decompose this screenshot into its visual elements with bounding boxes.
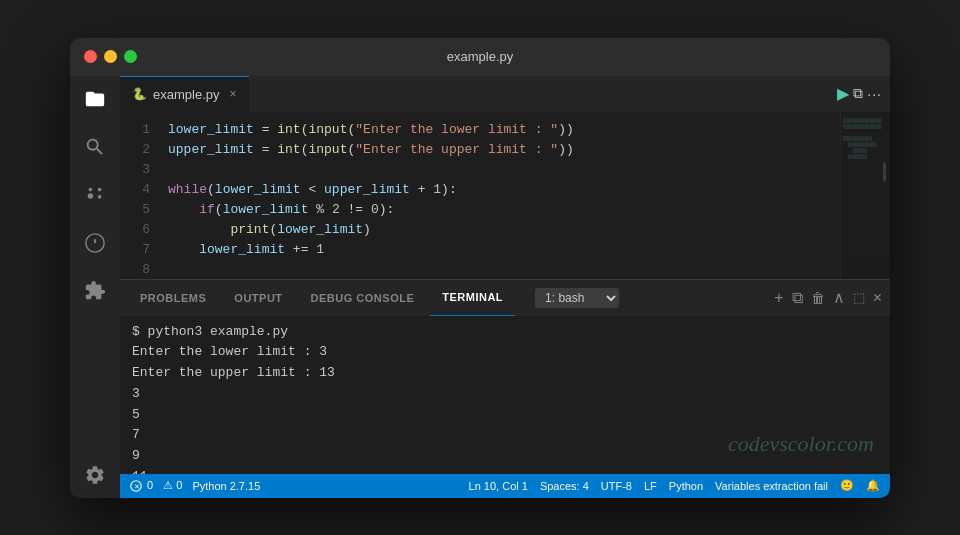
minimize-button[interactable]: [104, 50, 117, 63]
run-button[interactable]: ▶: [837, 84, 849, 103]
language-mode[interactable]: Python: [669, 480, 703, 492]
code-line-1: lower_limit = int(input("Enter the lower…: [168, 120, 890, 140]
close-panel-button[interactable]: ×: [873, 289, 882, 307]
window-title: example.py: [447, 49, 513, 64]
tab-terminal[interactable]: TERMINAL: [430, 280, 515, 316]
tab-debug-console[interactable]: DEBUG CONSOLE: [299, 280, 427, 316]
code-content: lower_limit = int(input("Enter the lower…: [160, 112, 890, 279]
terminal-content[interactable]: $ python3 example.py Enter the lower lim…: [120, 316, 890, 474]
tab-label: example.py: [153, 87, 219, 102]
panel-tabs: PROBLEMS OUTPUT DEBUG CONSOLE TERMINAL: [120, 280, 890, 316]
encoding[interactable]: UTF-8: [601, 480, 632, 492]
smiley-icon[interactable]: 🙂: [840, 479, 854, 492]
tab-bar-actions: ▶ ⧉ ···: [829, 84, 890, 103]
source-control-icon[interactable]: [80, 180, 110, 210]
terminal-selector-container: 1: bash: [535, 288, 619, 308]
maximize-panel-button[interactable]: ⬚: [853, 290, 865, 305]
terminal-line-8: 11: [132, 467, 878, 473]
terminal-line-3: Enter the upper limit : 13: [132, 363, 878, 384]
panel-tab-actions: + ⧉ 🗑 ∧ ⬚ ×: [774, 288, 882, 307]
more-actions-button[interactable]: ···: [867, 86, 882, 102]
maximize-button[interactable]: [124, 50, 137, 63]
status-left: ✕ 0 ⚠ 0 Python 2.7.15: [130, 479, 260, 492]
terminal-line-5: 5: [132, 405, 878, 426]
tab-close-button[interactable]: ×: [229, 87, 236, 101]
python-file-icon: 🐍: [132, 87, 147, 101]
indentation[interactable]: Spaces: 4: [540, 480, 589, 492]
titlebar: example.py: [70, 38, 890, 76]
bell-icon[interactable]: 🔔: [866, 479, 880, 492]
code-editor[interactable]: 1 2 3 4 5 6 7 8 lower_limit = int(input(…: [120, 112, 890, 279]
minimap: ████████████████████████████████████████…: [840, 112, 890, 279]
tab-output[interactable]: OUTPUT: [222, 280, 294, 316]
extensions-icon[interactable]: [80, 276, 110, 306]
delete-terminal-button[interactable]: 🗑: [811, 290, 825, 306]
tab-bar: 🐍 example.py × ▶ ⧉ ···: [120, 76, 890, 112]
window-controls: [84, 50, 137, 63]
warning-count[interactable]: ⚠ 0: [163, 479, 182, 492]
status-right: Ln 10, Col 1 Spaces: 4 UTF-8 LF Python V…: [469, 479, 880, 492]
code-line-4: while(lower_limit < upper_limit + 1):: [168, 180, 890, 200]
terminal-line-1: $ python3 example.py: [132, 322, 878, 343]
code-line-7: lower_limit += 1: [168, 240, 890, 260]
line-numbers: 1 2 3 4 5 6 7 8: [120, 112, 160, 279]
search-icon[interactable]: [80, 132, 110, 162]
terminal-line-2: Enter the lower limit : 3: [132, 342, 878, 363]
svg-text:✕: ✕: [134, 483, 140, 490]
close-button[interactable]: [84, 50, 97, 63]
cursor-position[interactable]: Ln 10, Col 1: [469, 480, 528, 492]
terminal-selector[interactable]: 1: bash: [535, 288, 619, 308]
editor-area: 🐍 example.py × ▶ ⧉ ··· 1 2 3 4 5: [120, 76, 890, 498]
split-terminal-button[interactable]: ⧉: [792, 289, 803, 307]
debug-icon[interactable]: [80, 228, 110, 258]
terminal-line-4: 3: [132, 384, 878, 405]
settings-icon[interactable]: [80, 460, 110, 490]
code-line-6: print(lower_limit): [168, 220, 890, 240]
code-line-3: [168, 160, 890, 180]
code-line-8: [168, 260, 890, 279]
tab-problems[interactable]: PROBLEMS: [128, 280, 218, 316]
watermark: codevscolor.com: [728, 426, 874, 461]
code-line-5: if(lower_limit % 2 != 0):: [168, 200, 890, 220]
editor-tab[interactable]: 🐍 example.py ×: [120, 76, 249, 112]
status-bar: ✕ 0 ⚠ 0 Python 2.7.15 Ln 10, Col 1 Space…: [120, 474, 890, 498]
main-area: 🐍 example.py × ▶ ⧉ ··· 1 2 3 4 5: [70, 76, 890, 498]
panel-area: PROBLEMS OUTPUT DEBUG CONSOLE TERMINAL: [120, 279, 890, 474]
scroll-up-button[interactable]: ∧: [833, 288, 845, 307]
code-line-2: upper_limit = int(input("Enter the upper…: [168, 140, 890, 160]
vscode-window: example.py: [70, 38, 890, 498]
error-count[interactable]: ✕ 0: [130, 479, 153, 492]
add-terminal-button[interactable]: +: [774, 289, 783, 307]
activity-bar: [70, 76, 120, 498]
files-icon[interactable]: [80, 84, 110, 114]
notification-text[interactable]: Variables extraction fail: [715, 480, 828, 492]
python-version[interactable]: Python 2.7.15: [192, 480, 260, 492]
split-editor-button[interactable]: ⧉: [853, 85, 863, 102]
line-ending[interactable]: LF: [644, 480, 657, 492]
